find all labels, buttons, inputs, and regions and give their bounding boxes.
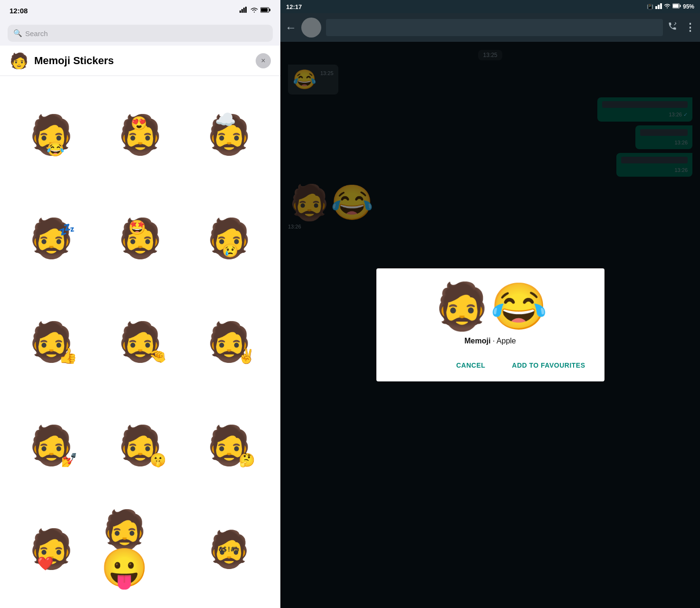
svg-marker-9 (660, 3, 662, 9)
add-to-favourites-button[interactable]: ADD TO FAVOURITES (504, 357, 593, 374)
dialog-sticker-name: Memoji (464, 337, 490, 345)
svg-marker-8 (658, 5, 660, 9)
sticker-emoji-8: 🧔🤏 (116, 323, 164, 361)
sticker-pack-title: Memoji Stickers (34, 55, 114, 67)
sticker-item-11[interactable]: 🧔🤫 (98, 396, 182, 495)
whatsapp-header: ← ⋮ (280, 13, 700, 42)
android-whatsapp-panel: 12:17 📳 (280, 0, 700, 608)
close-button[interactable]: × (256, 53, 271, 68)
chat-avatar[interactable] (301, 18, 321, 38)
sticker-item-7[interactable]: 🧔👍 (10, 293, 94, 391)
chat-area: 13:25 😂 13:25 13:26 ✓ 13:26 (280, 42, 700, 608)
sticker-item-4[interactable]: 🧔💤 (10, 189, 94, 288)
sticker-emoji-9: 🧔✌️ (205, 323, 253, 361)
sticker-item-10[interactable]: 🧔💅 (10, 396, 94, 495)
sticker-emoji-14: 🧔😛 (101, 511, 180, 587)
battery-icon (260, 7, 271, 14)
svg-rect-1 (241, 9, 243, 13)
header-actions: ⋮ (668, 21, 695, 34)
sticker-item-5[interactable]: 🧔🤩 (98, 189, 182, 288)
ios-sticker-panel: 12:08 (0, 0, 280, 608)
sticker-emoji-12: 🧔🤔 (205, 427, 253, 465)
sticker-item-3[interactable]: 🧔☁️ (187, 86, 271, 184)
sticker-header: 🧑 Memoji Stickers × (0, 46, 280, 76)
battery-android-icon (672, 3, 681, 10)
sticker-emoji-7: 🧔👍 (28, 323, 75, 361)
svg-rect-5 (261, 8, 268, 12)
signal-fill-icon (655, 3, 662, 10)
sticker-item-15[interactable]: 🧔&$!#% (187, 500, 271, 598)
menu-icon[interactable]: ⋮ (685, 21, 695, 34)
sticker-item-8[interactable]: 🧔🤏 (98, 293, 182, 391)
ios-status-bar: 12:08 (0, 0, 280, 21)
sticker-item-2[interactable]: 🧔😍 (98, 86, 182, 184)
dialog-sticker-preview: 🧔😂 (433, 284, 547, 329)
android-time: 12:17 (286, 3, 302, 10)
ios-time: 12:08 (10, 7, 28, 15)
vibrate-icon: 📳 (647, 4, 653, 10)
sticker-emoji-10: 🧔💅 (28, 427, 75, 465)
search-icon: 🔍 (13, 29, 22, 38)
chat-name-placeholder (326, 19, 663, 36)
ios-status-icons (240, 7, 271, 14)
svg-rect-6 (269, 9, 271, 11)
cancel-button[interactable]: CANCEL (449, 357, 493, 374)
battery-percent: 95% (683, 3, 694, 10)
sticker-grid: 🧔😂 🧔😍 🧔☁️ 🧔💤 🧔🤩 🧔😢 (0, 76, 280, 608)
call-icon[interactable] (668, 21, 677, 34)
sticker-item-6[interactable]: 🧔😢 (187, 189, 271, 288)
dialog-sticker-author: · Apple (493, 337, 516, 345)
wifi-icon (250, 7, 258, 14)
sticker-pack-icon: 🧑 (10, 52, 29, 70)
svg-marker-7 (655, 6, 657, 9)
search-input[interactable]: 🔍 Search (8, 25, 273, 42)
svg-rect-12 (680, 5, 681, 7)
android-status-icons: 📳 (647, 3, 694, 10)
sticker-emoji-3: 🧔☁️ (205, 116, 253, 154)
wifi-icon-android (664, 3, 671, 10)
sticker-emoji-15: 🧔&$!#% (207, 532, 251, 567)
sticker-item-9[interactable]: 🧔✌️ (187, 293, 271, 391)
sticker-emoji-5: 🧔🤩 (116, 219, 164, 257)
signal-icon (240, 7, 248, 14)
svg-rect-11 (673, 4, 679, 8)
sticker-emoji-13: 🧔❤️ (28, 530, 75, 568)
android-status-bar: 12:17 📳 (280, 0, 700, 13)
svg-rect-2 (243, 8, 245, 13)
sticker-emoji-2: 🧔😍 (116, 116, 164, 154)
sticker-dialog: 🧔😂 Memoji · Apple CANCEL ADD TO FAVOURIT… (376, 268, 604, 381)
sticker-item-12[interactable]: 🧔🤔 (187, 396, 271, 495)
search-placeholder: Search (25, 29, 48, 38)
svg-rect-3 (245, 7, 247, 13)
svg-rect-0 (240, 10, 241, 13)
ios-search-bar: 🔍 Search (0, 21, 280, 46)
sticker-item-1[interactable]: 🧔😂 (10, 86, 94, 184)
sticker-emoji-11: 🧔🤫 (116, 427, 164, 465)
sticker-emoji-4: 🧔💤 (28, 219, 75, 257)
dialog-overlay: 🧔😂 Memoji · Apple CANCEL ADD TO FAVOURIT… (280, 42, 700, 608)
sticker-emoji-1: 🧔😂 (28, 116, 75, 154)
sticker-emoji-6: 🧔😢 (205, 219, 253, 257)
dialog-sticker-label: Memoji · Apple (464, 337, 516, 345)
dialog-actions: CANCEL ADD TO FAVOURITES (449, 357, 593, 374)
close-icon: × (261, 57, 265, 65)
back-button[interactable]: ← (285, 21, 297, 34)
sticker-header-left: 🧑 Memoji Stickers (10, 52, 114, 70)
sticker-item-14[interactable]: 🧔😛 (98, 500, 182, 598)
sticker-item-13[interactable]: 🧔❤️ (10, 500, 94, 598)
